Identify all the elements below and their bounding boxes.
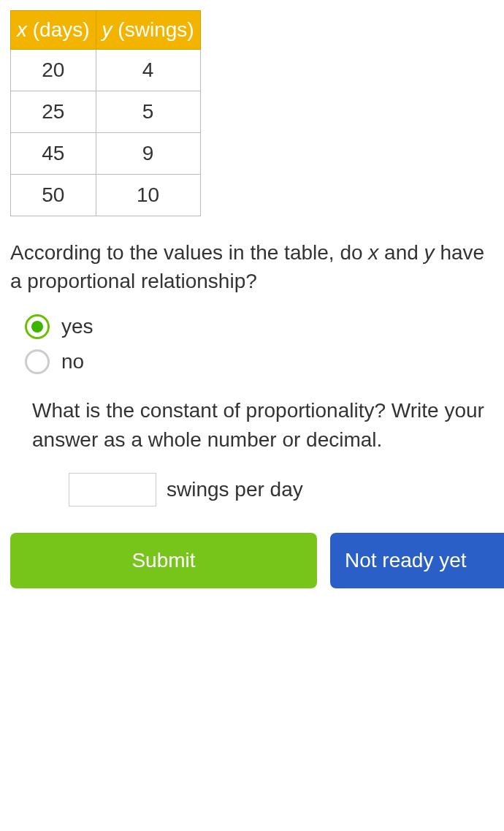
cell-x: 50 (11, 175, 96, 216)
unit-label: swings per day (167, 478, 303, 501)
button-row: Submit Not ready yet (10, 533, 494, 588)
cell-x: 20 (11, 50, 96, 91)
col-header-x: x (days) (11, 11, 96, 50)
radio-icon (25, 314, 50, 339)
answer-row: swings per day (69, 473, 494, 506)
table-row: 20 4 (11, 50, 201, 91)
cell-y: 4 (96, 50, 200, 91)
option-label: no (61, 350, 84, 373)
cell-x: 45 (11, 133, 96, 175)
radio-icon (25, 349, 50, 374)
option-yes[interactable]: yes (25, 314, 494, 339)
table-row: 45 9 (11, 133, 201, 175)
submit-button[interactable]: Submit (10, 533, 317, 588)
col-header-y: y (swings) (96, 11, 200, 50)
question-proportional: According to the values in the table, do… (10, 238, 494, 295)
table-row: 25 5 (11, 91, 201, 133)
data-table: x (days) y (swings) 20 4 25 5 45 9 50 10 (10, 10, 201, 216)
cell-y: 10 (96, 175, 200, 216)
table-row: 50 10 (11, 175, 201, 216)
cell-x: 25 (11, 91, 96, 133)
option-label: yes (61, 315, 93, 338)
cell-y: 5 (96, 91, 200, 133)
option-no[interactable]: no (25, 349, 494, 374)
question-constant: What is the constant of proportionality?… (32, 396, 494, 453)
options-group: yes no (25, 314, 494, 374)
not-ready-button[interactable]: Not ready yet (330, 533, 504, 588)
cell-y: 9 (96, 133, 200, 175)
answer-input[interactable] (69, 473, 156, 506)
